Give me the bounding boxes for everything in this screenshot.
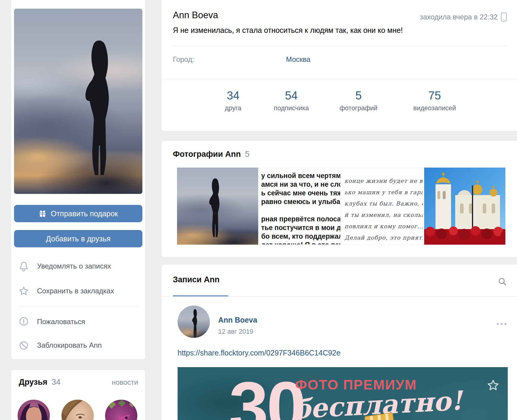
counter-followers-value: 54 <box>258 89 324 102</box>
status-text[interactable]: Я не изменилась, я стала относиться к лю… <box>173 26 403 35</box>
friends-news-link[interactable]: новости <box>112 378 138 387</box>
handwriting-line: Делай добро, это приятно <box>344 232 423 243</box>
quote-line: дет хорошо! Я в это верю <box>261 241 340 245</box>
counter-videos[interactable]: 75 видеозаписей <box>402 89 467 112</box>
last-seen: заходила вчера в 22:32 <box>420 12 507 22</box>
photo-thumbnail-cathedral[interactable] <box>424 168 505 245</box>
post-banner-image[interactable]: 30 ФОТО ПРЕМИУМ бесплатно! <box>178 367 508 420</box>
handwriting-line: й ты изменил, на скольких <box>344 209 423 220</box>
counter-photos-value: 5 <box>326 89 391 102</box>
add-friend-button[interactable]: Добавить в друзья <box>14 230 142 247</box>
woman-silhouette <box>188 308 202 338</box>
sidebar-divider <box>18 306 138 306</box>
post-date[interactable]: 12 авг 2019 <box>218 328 253 335</box>
quote-line: амся ни за что, и не слома <box>261 180 340 189</box>
counter-videos-value: 75 <box>402 89 467 102</box>
quote-line: рная прервётся полоса, <box>261 215 340 223</box>
photo-thumbnails-row: у сильной всем чертям наз амся ни за что… <box>177 168 505 245</box>
friend-avatar-image <box>61 400 94 420</box>
photos-title[interactable]: Фотографии Ann <box>173 150 241 159</box>
handwriting-line: конце жизни будет не важ <box>344 175 423 186</box>
handwriting-line: клубах ты был. Важно, ск <box>344 198 423 209</box>
search-icon[interactable] <box>498 277 507 286</box>
menu-item-bookmark-label: Сохранить в закладках <box>37 287 114 295</box>
divider <box>173 46 507 46</box>
menu-item-notify-label: Уведомлять о записях <box>37 262 111 270</box>
photo-thumbnail-silhouette[interactable] <box>177 168 258 245</box>
counter-followers[interactable]: 54 подписчика <box>258 89 324 112</box>
friend-avatar[interactable] <box>61 400 94 420</box>
gift-icon <box>39 210 47 218</box>
photo-thumbnail-quote-text[interactable]: у сильной всем чертям наз амся ни за что… <box>259 168 341 245</box>
post-actions-menu[interactable] <box>497 323 507 325</box>
profile-photo[interactable] <box>14 9 142 194</box>
photos-header: Фотографии Ann 5 <box>173 150 250 159</box>
menu-item-report-label: Пожаловаться <box>37 318 85 326</box>
friend-avatar-image <box>105 400 137 420</box>
add-friend-label: Добавить в друзья <box>46 234 110 243</box>
friend-avatar[interactable] <box>18 400 50 420</box>
profile-header-card: Ann Boeva заходила вчера в 22:32 Я не из… <box>161 0 517 131</box>
divider <box>161 79 517 79</box>
friend-avatar-image <box>18 400 50 420</box>
counter-photos[interactable]: 5 фотографий <box>326 89 391 112</box>
menu-item-bookmark[interactable]: Сохранить в закладках <box>18 283 138 299</box>
counter-friends[interactable]: 34 друга <box>200 89 266 112</box>
quote-line: бо всем, кто поддержал м <box>261 232 340 241</box>
profile-name: Ann Boeva <box>173 10 218 21</box>
profile-actions-card: Отправить подарок Добавить в друзья Увед… <box>11 0 146 360</box>
star-icon <box>18 286 29 297</box>
friends-card: Друзья 34 новости <box>11 370 146 420</box>
quote-line: тье постучится в мои две <box>261 223 340 232</box>
menu-item-report[interactable]: Пожаловаться <box>18 313 138 330</box>
wall-section-card: Записи Ann Ann Boeva 12 авг 2019 https:/… <box>161 264 517 420</box>
favorite-star-icon[interactable] <box>486 378 500 392</box>
menu-item-notify[interactable]: Уведомлять о записях <box>18 258 138 275</box>
city-link[interactable]: Москва <box>286 55 310 64</box>
friend-avatar[interactable] <box>105 400 137 420</box>
last-seen-text: заходила вчера в 22:32 <box>420 13 498 21</box>
counter-photos-label: фотографий <box>326 104 391 112</box>
quote-line: равно смеюсь и улыбаюсь <box>261 197 340 206</box>
friends-header: Друзья 34 новости <box>19 378 138 387</box>
friends-title[interactable]: Друзья <box>19 378 47 387</box>
post-shared-link[interactable]: https://share.flocktory.com/0297F346B6C1… <box>178 349 341 357</box>
block-icon <box>18 340 29 351</box>
friends-count: 34 <box>52 378 61 387</box>
photos-count: 5 <box>245 150 250 159</box>
post-author-avatar[interactable] <box>178 306 210 338</box>
woman-silhouette <box>201 172 230 242</box>
mobile-phone-icon <box>501 12 507 22</box>
photo-thumbnail-handwriting[interactable]: конце жизни будет не важ ько машин у теб… <box>342 168 423 245</box>
quote-line: ь сейчас мне очень тяжел <box>261 189 340 197</box>
handwriting-line: повлиял и кому помог... <box>344 220 423 232</box>
send-gift-label: Отправить подарок <box>51 209 118 218</box>
post-author-link[interactable]: Ann Boeva <box>218 316 257 324</box>
city-label: Город: <box>173 55 194 64</box>
counter-friends-value: 34 <box>200 89 266 102</box>
bell-icon <box>18 261 29 272</box>
divider <box>161 296 517 297</box>
send-gift-button[interactable]: Отправить подарок <box>14 205 142 222</box>
report-icon <box>18 316 29 327</box>
counter-videos-label: видеозаписей <box>402 104 467 112</box>
vk-profile-page: Отправить подарок Добавить в друзья Увед… <box>0 0 517 420</box>
handwriting-line: ько машин у тебя в гараже <box>344 186 423 198</box>
menu-item-block-label: Заблокировать Ann <box>37 341 102 350</box>
counter-friends-label: друга <box>200 104 266 112</box>
cathedral-image <box>424 168 505 245</box>
counter-followers-label: подписчика <box>258 104 324 112</box>
wall-title[interactable]: Записи Ann <box>173 275 219 284</box>
wall-header: Записи Ann <box>173 275 219 284</box>
photos-section-card: Фотографии Ann 5 у сильной всем чертям н… <box>161 140 517 257</box>
menu-item-block[interactable]: Заблокировать Ann <box>18 337 138 354</box>
woman-silhouette <box>67 19 132 193</box>
quote-line: у сильной всем чертям наз <box>261 171 340 180</box>
